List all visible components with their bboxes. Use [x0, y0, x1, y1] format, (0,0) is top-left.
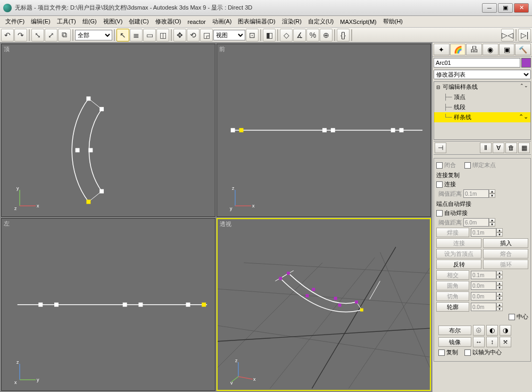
menu-tools[interactable]: 工具(T) — [54, 16, 79, 27]
manipulate-button[interactable]: ◧ — [263, 29, 276, 41]
stack-editable-spline[interactable]: 可编辑样条线 — [434, 82, 530, 92]
bind-end-checkbox[interactable] — [464, 162, 471, 169]
region-rect-button[interactable]: ▭ — [143, 29, 156, 41]
viewport-front[interactable]: 前 z x y — [217, 44, 431, 217]
maximize-button[interactable]: ▣ — [498, 3, 513, 13]
menu-animation[interactable]: 动画(A) — [209, 16, 235, 27]
menu-create[interactable]: 创建(C) — [126, 16, 152, 27]
scale-tool[interactable]: ◲ — [200, 29, 213, 41]
menu-view[interactable]: 视图(V) — [100, 16, 126, 27]
undo-button[interactable]: ↶ — [1, 29, 14, 41]
configure-sets-button[interactable]: ▦ — [518, 143, 530, 153]
mirror-both-icon[interactable]: ⤧ — [500, 337, 511, 347]
menu-render[interactable]: 渲染(R) — [279, 16, 305, 27]
autoweld-checkbox[interactable] — [436, 210, 443, 216]
menu-help[interactable]: 帮助(H) — [380, 16, 406, 27]
hierarchy-panel-tab[interactable]: 品 — [466, 44, 482, 55]
closed-checkbox[interactable] — [436, 162, 443, 169]
select-tool[interactable]: ↖ — [117, 29, 129, 41]
cycle-button[interactable]: 循环 — [483, 260, 528, 269]
menu-edit[interactable]: 编辑(E) — [28, 16, 54, 27]
boolean-intersect-icon[interactable]: ◑ — [500, 325, 511, 336]
center-checkbox[interactable] — [509, 314, 515, 320]
display-panel-tab[interactable]: ▣ — [499, 44, 515, 55]
stack-segment[interactable]: ├─ 线段 — [434, 102, 530, 112]
threshold-down[interactable]: ▼ — [489, 194, 495, 198]
reverse-button[interactable]: 反转 — [436, 260, 481, 269]
viewport-top[interactable]: 顶 y x z — [1, 44, 215, 217]
pin-stack-button[interactable]: ⊣ — [435, 143, 446, 153]
window-crossing-button[interactable]: ◫ — [156, 29, 169, 41]
show-end-result-button[interactable]: Ⅱ — [480, 143, 492, 153]
menu-reactor[interactable]: reactor — [185, 18, 209, 26]
menu-modifiers[interactable]: 修改器(O) — [152, 16, 185, 27]
menu-group[interactable]: 组(G) — [79, 16, 100, 27]
outline-button[interactable]: 轮廓 — [436, 302, 469, 312]
move-tool[interactable]: ✥ — [173, 29, 186, 41]
boolean-union-icon[interactable]: ⦾ — [473, 325, 485, 336]
weld-value[interactable] — [471, 228, 496, 237]
minimize-button[interactable]: ─ — [482, 3, 497, 13]
app-icon — [3, 4, 12, 12]
autoweld-threshold-input[interactable] — [463, 218, 489, 227]
boolean-button[interactable]: 布尔 — [438, 326, 471, 335]
create-panel-tab[interactable]: ✦ — [434, 44, 450, 55]
mirror-button[interactable]: ▷◁ — [501, 29, 514, 41]
make-unique-button[interactable]: ∀ — [493, 143, 504, 153]
remove-modifier-button[interactable]: 🗑 — [505, 143, 517, 153]
modifier-stack[interactable]: 可编辑样条线 ├─ 顶点 ├─ 线段 └─ 样条线⌃⌄ — [434, 81, 531, 140]
modifier-list-select[interactable]: 修改器列表 — [434, 70, 531, 79]
utilities-panel-tab[interactable]: 🔨 — [515, 44, 531, 55]
link-button[interactable]: ⤡ — [31, 29, 44, 41]
connect-checkbox[interactable] — [436, 181, 443, 188]
selection-scope-select[interactable]: 全部 — [75, 30, 112, 40]
bind-button[interactable]: ⧉ — [58, 29, 71, 41]
angle-snap-toggle[interactable]: ∡ — [293, 29, 306, 41]
menu-grapheditors[interactable]: 图表编辑器(D) — [235, 16, 278, 27]
menu-customize[interactable]: 自定义(U) — [305, 16, 337, 27]
rotate-tool[interactable]: ⟲ — [187, 29, 200, 41]
viewport-perspective[interactable]: 透视 — [217, 218, 431, 391]
mirror-h-icon[interactable]: ↔ — [473, 337, 485, 347]
menu-maxscript[interactable]: MAXScript(M) — [337, 18, 379, 26]
fillet-button[interactable]: 圆角 — [436, 281, 469, 290]
threshold-input[interactable] — [463, 189, 489, 198]
cross-value[interactable] — [471, 271, 496, 279]
svg-text:z: z — [235, 358, 238, 363]
close-button[interactable]: ✕ — [514, 3, 529, 13]
insert-button[interactable]: 插入 — [483, 238, 528, 248]
weld-button[interactable]: 焊接 — [436, 228, 469, 237]
threshold-up[interactable]: ▲ — [489, 189, 495, 194]
object-color-swatch[interactable] — [521, 58, 531, 68]
coord-system-select[interactable]: 视图 — [213, 30, 245, 40]
cross-button[interactable]: 相交 — [436, 270, 469, 280]
chamfer-button[interactable]: 切角 — [436, 291, 469, 301]
mirror-copy-checkbox[interactable] — [438, 349, 445, 356]
pivot-button[interactable]: ⊡ — [246, 29, 259, 41]
spinner-snap-toggle[interactable]: ⊕ — [320, 29, 332, 41]
select-by-name-button[interactable]: ≣ — [130, 29, 143, 41]
align-button[interactable]: ▷| — [518, 29, 531, 41]
modify-panel-tab[interactable]: 🌈 — [450, 44, 466, 55]
menu-file[interactable]: 文件(F) — [2, 16, 28, 27]
stack-vertex[interactable]: ├─ 顶点 — [434, 92, 530, 102]
attach-button[interactable]: 连接 — [436, 238, 481, 248]
chamfer-value[interactable] — [471, 292, 496, 301]
viewport-left[interactable]: 左 z y x — [1, 218, 215, 391]
motion-panel-tab[interactable]: ◉ — [483, 44, 498, 55]
fillet-value[interactable] — [471, 281, 496, 290]
percent-snap-toggle[interactable]: % — [306, 29, 319, 41]
snap-toggle[interactable]: ◇ — [280, 29, 293, 41]
fuse-button[interactable]: 熔合 — [483, 249, 528, 258]
mirror-v-icon[interactable]: ↕ — [486, 337, 498, 347]
boolean-subtract-icon[interactable]: ◐ — [486, 325, 498, 336]
axis-center-checkbox[interactable] — [464, 349, 471, 356]
object-name-input[interactable] — [434, 58, 520, 68]
named-selection-button[interactable]: {} — [337, 29, 350, 41]
unlink-button[interactable]: ⤢ — [45, 29, 57, 41]
make-first-button[interactable]: 设为首顶点 — [436, 249, 481, 258]
outline-value[interactable] — [471, 303, 496, 311]
stack-spline[interactable]: └─ 样条线⌃⌄ — [434, 112, 530, 122]
mirror-spline-button[interactable]: 镜像 — [438, 337, 471, 347]
redo-button[interactable]: ↷ — [14, 29, 27, 41]
